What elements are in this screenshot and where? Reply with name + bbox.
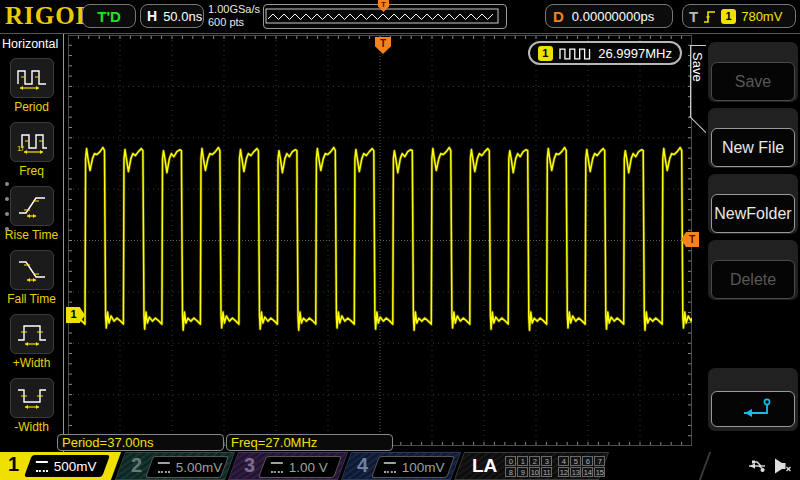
freq-icon: 1/	[16, 129, 48, 155]
menu-scroll-dot	[5, 212, 9, 216]
menu-scroll-dot	[5, 182, 9, 186]
measurement-period: Period=37.00ns	[57, 434, 224, 451]
timebase-value: 50.0ns	[163, 9, 202, 24]
save-button[interactable]: Save	[708, 42, 798, 102]
menu-scroll-dot	[5, 227, 9, 231]
menu-item-minus-width[interactable]: -Width	[0, 378, 63, 434]
top-divider	[0, 33, 800, 34]
delay-label: D	[553, 8, 564, 25]
channel3-indicator[interactable]: 3 1.00 V	[228, 452, 348, 480]
delay-value: 0.00000000ps	[572, 9, 654, 24]
save-menu-tab: Save	[690, 45, 706, 117]
menu-scroll-dot	[5, 197, 9, 201]
square-wave-icon	[559, 47, 593, 60]
speaker-muted-icon	[772, 457, 792, 479]
menu-item-label: Rise Time	[5, 228, 58, 242]
waveform-display	[68, 35, 692, 446]
bottom-bar-divider	[699, 452, 711, 480]
trigger-box: T 1 780mV	[682, 4, 796, 28]
la-label: LA	[472, 455, 497, 477]
sample-rate: 1.00GSa/s 600 pts	[208, 3, 260, 29]
dc-coupling-icon	[384, 462, 396, 473]
period-icon	[16, 65, 48, 91]
menu-item-rise-time[interactable]: Rise Time	[0, 186, 63, 242]
menu-item-label: Freq	[19, 164, 44, 178]
horizontal-label: H	[147, 8, 157, 24]
counter-value: 26.9997MHz	[598, 46, 672, 61]
counter-source-badge: 1	[538, 46, 553, 61]
rigol-logo: RIGOL	[5, 2, 93, 30]
delay-box: D 0.00000000ps	[545, 4, 673, 28]
new-folder-button[interactable]: NewFolder	[708, 174, 798, 234]
trigger-level-value: 780mV	[741, 9, 782, 24]
la-digit-grid: 01 23 89 1011 45 67 1213 1415	[505, 456, 605, 477]
softkey-menu: Save New File NewFolder Delete	[706, 34, 800, 452]
measurement-freq: Freq=27.0MHz	[226, 434, 393, 451]
dc-coupling-icon	[271, 462, 283, 473]
menu-item-freq[interactable]: 1/ Freq	[0, 122, 63, 178]
menu-title: Horizontal	[2, 37, 62, 51]
new-file-button[interactable]: New File	[708, 108, 798, 168]
channel1-indicator[interactable]: 1 500mV	[0, 452, 121, 480]
back-button[interactable]	[708, 368, 798, 431]
timebase-box: H 50.0ns	[140, 4, 204, 28]
oscilloscope-screen: RIGOL T'D H 50.0ns 1.00GSa/s 600 pts T D…	[0, 0, 800, 480]
menu-item-label: -Width	[14, 420, 49, 434]
logic-analyzer-indicator[interactable]: LA 01 23 89 1011 45 67 1213 1415	[454, 452, 609, 480]
fall-time-icon	[16, 257, 48, 283]
menu-item-fall-time[interactable]: Fall Time	[0, 250, 63, 306]
menu-item-label: +Width	[13, 356, 51, 370]
rise-time-icon	[16, 193, 48, 219]
plus-width-icon	[16, 321, 48, 347]
rising-edge-icon	[703, 9, 716, 24]
minus-width-icon	[16, 385, 48, 411]
trigger-label: T	[689, 8, 698, 25]
trigger-source-badge: 1	[721, 9, 736, 24]
horizontal-menu: Horizontal Period 1/ Freq	[0, 34, 64, 452]
dc-coupling-icon	[36, 461, 48, 472]
dc-coupling-icon	[158, 462, 170, 473]
trigger-status-badge: T'D	[82, 4, 136, 28]
frequency-counter: 1 26.9997MHz	[528, 41, 682, 65]
svg-text:1/: 1/	[17, 144, 24, 153]
menu-item-label: Fall Time	[7, 292, 56, 306]
channel-status-bar: 1 500mV 2 5.00mV 3 1.00 V	[0, 452, 800, 480]
channel4-indicator[interactable]: 4 100mV	[341, 452, 461, 480]
menu-item-period[interactable]: Period	[0, 58, 63, 114]
menu-item-plus-width[interactable]: +Width	[0, 314, 63, 370]
return-arrow-icon	[732, 397, 774, 421]
usb-icon	[745, 458, 767, 478]
delete-button[interactable]: Delete	[708, 240, 798, 300]
channel2-indicator[interactable]: 2 5.00mV	[115, 452, 235, 480]
menu-item-label: Period	[14, 100, 49, 114]
